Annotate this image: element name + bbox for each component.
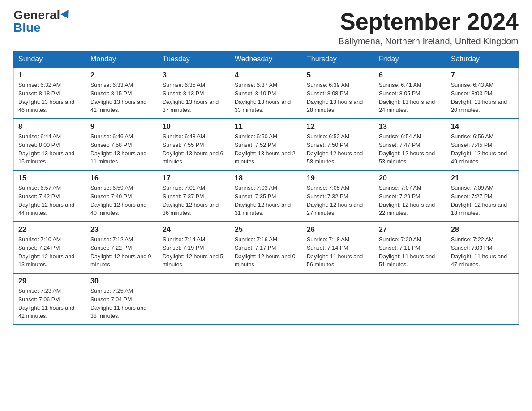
day-number: 1 (18, 71, 81, 79)
day-number: 8 (18, 123, 81, 131)
day-number: 7 (451, 71, 514, 79)
day-info: Sunrise: 7:23 AMSunset: 7:06 PMDaylight:… (18, 287, 81, 321)
calendar-cell: 25Sunrise: 7:16 AMSunset: 7:17 PMDayligh… (230, 222, 302, 273)
location-subtitle: Ballymena, Northern Ireland, United King… (339, 36, 519, 47)
day-number: 15 (18, 174, 81, 182)
day-number: 27 (379, 226, 442, 234)
calendar-week-row: 22Sunrise: 7:10 AMSunset: 7:24 PMDayligh… (14, 222, 519, 273)
day-number: 23 (90, 226, 153, 234)
col-header-tuesday: Tuesday (158, 51, 230, 68)
logo-general-text: General (13, 9, 60, 21)
calendar-cell: 27Sunrise: 7:20 AMSunset: 7:11 PMDayligh… (374, 222, 446, 273)
day-info: Sunrise: 7:14 AMSunset: 7:19 PMDaylight:… (163, 235, 225, 269)
day-number: 6 (379, 71, 442, 79)
month-title: September 2024 (339, 9, 519, 34)
day-info: Sunrise: 6:37 AMSunset: 8:10 PMDaylight:… (235, 81, 297, 115)
calendar-cell: 5Sunrise: 6:39 AMSunset: 8:08 PMDaylight… (302, 67, 374, 119)
day-number: 28 (451, 226, 514, 234)
calendar-cell: 8Sunrise: 6:44 AMSunset: 8:00 PMDaylight… (14, 119, 86, 170)
day-info: Sunrise: 6:59 AMSunset: 7:40 PMDaylight:… (90, 184, 153, 218)
day-number: 19 (307, 174, 369, 182)
day-info: Sunrise: 6:46 AMSunset: 7:58 PMDaylight:… (90, 133, 153, 166)
day-number: 9 (90, 123, 153, 131)
day-info: Sunrise: 6:35 AMSunset: 8:13 PMDaylight:… (163, 81, 225, 115)
logo: General Blue (13, 9, 71, 34)
day-info: Sunrise: 7:03 AMSunset: 7:35 PMDaylight:… (235, 184, 297, 218)
logo-triangle-icon (61, 10, 72, 21)
calendar-cell: 15Sunrise: 6:57 AMSunset: 7:42 PMDayligh… (14, 170, 86, 222)
calendar-cell: 2Sunrise: 6:33 AMSunset: 8:15 PMDaylight… (86, 67, 158, 119)
calendar-cell: 13Sunrise: 6:54 AMSunset: 7:47 PMDayligh… (374, 119, 446, 170)
calendar-cell: 20Sunrise: 7:07 AMSunset: 7:29 PMDayligh… (374, 170, 446, 222)
day-info: Sunrise: 7:01 AMSunset: 7:37 PMDaylight:… (163, 184, 225, 218)
calendar-cell: 17Sunrise: 7:01 AMSunset: 7:37 PMDayligh… (158, 170, 230, 222)
calendar-cell: 10Sunrise: 6:48 AMSunset: 7:55 PMDayligh… (158, 119, 230, 170)
calendar-cell: 14Sunrise: 6:56 AMSunset: 7:45 PMDayligh… (446, 119, 519, 170)
calendar-cell: 12Sunrise: 6:52 AMSunset: 7:50 PMDayligh… (302, 119, 374, 170)
calendar-cell: 4Sunrise: 6:37 AMSunset: 8:10 PMDaylight… (230, 67, 302, 119)
day-number: 4 (235, 71, 297, 79)
day-info: Sunrise: 6:43 AMSunset: 8:03 PMDaylight:… (451, 81, 514, 115)
day-info: Sunrise: 7:25 AMSunset: 7:04 PMDaylight:… (90, 287, 153, 321)
day-number: 12 (307, 123, 369, 131)
day-info: Sunrise: 7:09 AMSunset: 7:27 PMDaylight:… (451, 184, 514, 218)
calendar-cell (374, 273, 446, 325)
calendar-week-row: 8Sunrise: 6:44 AMSunset: 8:00 PMDaylight… (14, 119, 519, 170)
col-header-wednesday: Wednesday (230, 51, 302, 68)
day-number: 22 (18, 226, 81, 234)
day-info: Sunrise: 6:50 AMSunset: 7:52 PMDaylight:… (235, 133, 297, 166)
day-number: 10 (163, 123, 225, 131)
calendar-table: SundayMondayTuesdayWednesdayThursdayFrid… (13, 51, 519, 325)
calendar-cell: 9Sunrise: 6:46 AMSunset: 7:58 PMDaylight… (86, 119, 158, 170)
day-info: Sunrise: 6:48 AMSunset: 7:55 PMDaylight:… (163, 133, 225, 166)
calendar-cell: 19Sunrise: 7:05 AMSunset: 7:32 PMDayligh… (302, 170, 374, 222)
calendar-week-row: 1Sunrise: 6:32 AMSunset: 8:18 PMDaylight… (14, 67, 519, 119)
calendar-cell: 28Sunrise: 7:22 AMSunset: 7:09 PMDayligh… (446, 222, 519, 273)
calendar-cell: 22Sunrise: 7:10 AMSunset: 7:24 PMDayligh… (14, 222, 86, 273)
page-header: General Blue September 2024 Ballymena, N… (13, 9, 519, 47)
day-info: Sunrise: 7:18 AMSunset: 7:14 PMDaylight:… (307, 235, 369, 269)
day-info: Sunrise: 7:16 AMSunset: 7:17 PMDaylight:… (235, 235, 297, 269)
col-header-saturday: Saturday (446, 51, 519, 68)
day-number: 25 (235, 226, 297, 234)
day-info: Sunrise: 7:22 AMSunset: 7:09 PMDaylight:… (451, 235, 514, 269)
day-number: 2 (90, 71, 153, 79)
calendar-cell: 1Sunrise: 6:32 AMSunset: 8:18 PMDaylight… (14, 67, 86, 119)
day-info: Sunrise: 7:05 AMSunset: 7:32 PMDaylight:… (307, 184, 369, 218)
col-header-monday: Monday (86, 51, 158, 68)
calendar-week-row: 15Sunrise: 6:57 AMSunset: 7:42 PMDayligh… (14, 170, 519, 222)
day-info: Sunrise: 6:56 AMSunset: 7:45 PMDaylight:… (451, 133, 514, 166)
calendar-cell: 26Sunrise: 7:18 AMSunset: 7:14 PMDayligh… (302, 222, 374, 273)
calendar-cell (446, 273, 519, 325)
col-header-friday: Friday (374, 51, 446, 68)
col-header-sunday: Sunday (14, 51, 86, 68)
day-number: 5 (307, 71, 369, 79)
day-info: Sunrise: 6:54 AMSunset: 7:47 PMDaylight:… (379, 133, 442, 166)
calendar-cell: 6Sunrise: 6:41 AMSunset: 8:05 PMDaylight… (374, 67, 446, 119)
day-info: Sunrise: 6:39 AMSunset: 8:08 PMDaylight:… (307, 81, 369, 115)
day-info: Sunrise: 6:52 AMSunset: 7:50 PMDaylight:… (307, 133, 369, 166)
day-info: Sunrise: 6:32 AMSunset: 8:18 PMDaylight:… (18, 81, 81, 115)
day-number: 18 (235, 174, 297, 182)
calendar-cell: 30Sunrise: 7:25 AMSunset: 7:04 PMDayligh… (86, 273, 158, 325)
day-number: 29 (18, 277, 81, 285)
title-area: September 2024 Ballymena, Northern Irela… (339, 9, 519, 47)
day-info: Sunrise: 6:57 AMSunset: 7:42 PMDaylight:… (18, 184, 81, 218)
calendar-cell (302, 273, 374, 325)
day-number: 17 (163, 174, 225, 182)
day-number: 21 (451, 174, 514, 182)
day-number: 16 (90, 174, 153, 182)
day-number: 14 (451, 123, 514, 131)
day-info: Sunrise: 7:12 AMSunset: 7:22 PMDaylight:… (90, 235, 153, 269)
day-info: Sunrise: 6:44 AMSunset: 8:00 PMDaylight:… (18, 133, 81, 166)
day-info: Sunrise: 6:41 AMSunset: 8:05 PMDaylight:… (379, 81, 442, 115)
calendar-cell: 11Sunrise: 6:50 AMSunset: 7:52 PMDayligh… (230, 119, 302, 170)
calendar-cell (158, 273, 230, 325)
calendar-cell: 7Sunrise: 6:43 AMSunset: 8:03 PMDaylight… (446, 67, 519, 119)
day-number: 11 (235, 123, 297, 131)
col-header-thursday: Thursday (302, 51, 374, 68)
calendar-week-row: 29Sunrise: 7:23 AMSunset: 7:06 PMDayligh… (14, 273, 519, 325)
day-number: 24 (163, 226, 225, 234)
calendar-cell: 24Sunrise: 7:14 AMSunset: 7:19 PMDayligh… (158, 222, 230, 273)
day-number: 30 (90, 277, 153, 285)
